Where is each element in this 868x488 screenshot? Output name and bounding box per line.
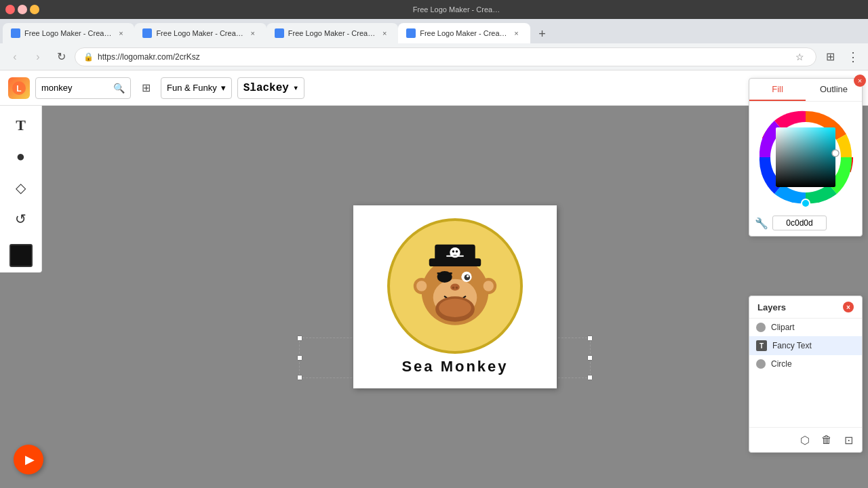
layers-title: Layers — [757, 302, 786, 312]
play-icon: ▶ — [25, 452, 35, 467]
app-logo: L — [8, 77, 30, 99]
svg-text:L: L — [16, 84, 21, 94]
tab-title-1: Free Logo Maker - Crea… — [24, 29, 111, 37]
circle-tool-icon: ● — [16, 148, 25, 165]
browser-tab-3[interactable]: Free Logo Maker - Crea… × — [267, 23, 398, 43]
category-select[interactable]: Fun & Funky ▾ — [161, 77, 232, 99]
browser-tab-2[interactable]: Free Logo Maker - Crea… × — [134, 23, 266, 43]
search-input[interactable] — [41, 83, 109, 93]
pirate-monkey-svg — [397, 228, 513, 344]
forward-button[interactable]: › — [28, 47, 47, 66]
tab-bar: Free Logo Maker - Crea… × Free Logo Make… — [0, 19, 868, 43]
shape-tool-icon: ◇ — [16, 180, 26, 196]
handle-br — [587, 375, 593, 380]
layer-item-clipart[interactable]: Clipart — [749, 319, 862, 336]
category-dropdown-icon: ▾ — [221, 83, 226, 93]
svg-point-18 — [456, 287, 458, 289]
color-selector-dot[interactable] — [832, 150, 839, 157]
tab-title-2: Free Logo Maker - Crea… — [156, 29, 243, 37]
tab-close-2[interactable]: × — [248, 28, 258, 39]
tab-close-3[interactable]: × — [379, 28, 390, 39]
color-panel-close[interactable]: × — [854, 75, 866, 87]
handle-tr — [587, 336, 593, 341]
layers-delete-button[interactable]: 🗑 — [818, 432, 835, 448]
fill-tab[interactable]: Fill — [749, 79, 806, 101]
layers-panel-close[interactable]: × — [843, 302, 854, 312]
address-text: https://logomakr.com/2crKsz — [98, 52, 787, 62]
handle-mr — [587, 355, 593, 361]
layer-dot-clipart — [756, 323, 766, 332]
font-dropdown-icon: ▾ — [293, 82, 298, 94]
bookmark-button[interactable]: ☆ — [791, 49, 808, 65]
layers-crop-button[interactable]: ⊡ — [840, 432, 856, 448]
minimize-button[interactable] — [18, 5, 27, 14]
reload-button[interactable]: ↻ — [52, 47, 71, 66]
svg-point-15 — [467, 275, 469, 277]
layer-item-fancy-text[interactable]: T Fancy Text — [749, 336, 862, 355]
text-tool-icon: T — [16, 117, 26, 134]
color-wheel-container — [749, 102, 862, 213]
eyedropper-icon[interactable]: 🔧 — [755, 217, 768, 230]
tab-close-1[interactable]: × — [115, 28, 126, 39]
tab-favicon-4 — [406, 28, 416, 38]
hex-input[interactable]: 0c0d0d — [772, 216, 827, 230]
back-button[interactable]: ‹ — [5, 47, 24, 66]
logo-text: Sea Monkey — [401, 358, 508, 375]
svg-point-7 — [452, 250, 454, 252]
logo-content: Sea Monkey — [353, 205, 557, 388]
font-select[interactable]: Slackey ▾ — [237, 77, 305, 99]
extensions-button[interactable]: ⊞ — [821, 47, 840, 66]
menu-button[interactable]: ⋮ — [844, 47, 863, 66]
new-tab-button[interactable]: + — [533, 24, 552, 43]
tab-title-3: Free Logo Maker - Crea… — [288, 29, 375, 37]
color-swatch[interactable] — [9, 244, 33, 267]
circle-tool-button[interactable]: ● — [7, 142, 35, 171]
svg-point-8 — [456, 250, 458, 252]
title-bar: Free Logo Maker - Crea… — [0, 0, 868, 19]
tab-favicon-2 — [142, 28, 152, 38]
category-label: Fun & Funky — [167, 83, 217, 93]
tab-favicon-3 — [275, 28, 284, 38]
logo-canvas[interactable]: Sea Monkey — [353, 205, 557, 388]
layer-name-fancy-text: Fancy Text — [772, 341, 812, 350]
canvas-area: Sea Monkey — [42, 106, 868, 488]
svg-point-20 — [439, 299, 471, 317]
logo-circle — [387, 218, 523, 354]
handle-bl — [297, 375, 302, 380]
tab-close-4[interactable]: × — [511, 28, 522, 39]
shape-tool-button[interactable]: ◇ — [7, 174, 35, 202]
handle-tl — [297, 336, 302, 341]
svg-point-17 — [452, 287, 454, 289]
undo-tool-button[interactable]: ↺ — [7, 205, 35, 233]
svg-point-16 — [450, 284, 460, 291]
browser-tab-1[interactable]: Free Logo Maker - Crea… × — [3, 23, 134, 43]
color-wheel[interactable] — [755, 107, 856, 207]
address-bar[interactable]: 🔒 https://logomakr.com/2crKsz ☆ — [75, 47, 816, 66]
svg-point-24 — [484, 281, 494, 291]
maximize-button[interactable] — [30, 5, 39, 14]
color-hex-row: 🔧 0c0d0d — [749, 213, 862, 236]
color-panel: × Fill Outline — [749, 78, 863, 237]
svg-point-22 — [416, 281, 427, 291]
close-button[interactable] — [5, 5, 15, 14]
search-area[interactable]: 🔍 — [35, 77, 131, 99]
search-button[interactable]: 🔍 — [113, 83, 125, 94]
hue-indicator[interactable] — [802, 199, 810, 207]
browser-tab-4[interactable]: Free Logo Maker - Crea… × — [398, 23, 530, 43]
layer-item-circle[interactable]: Circle — [749, 355, 862, 373]
layers-stack-button[interactable]: ⬡ — [797, 432, 813, 448]
lock-icon: 🔒 — [83, 52, 94, 62]
layer-t-icon: T — [756, 340, 767, 351]
layer-dot-circle — [756, 359, 766, 369]
fill-outline-tabs: Fill Outline — [749, 79, 862, 102]
grid-button[interactable]: ⊞ — [136, 79, 155, 98]
tab-favicon-1 — [11, 28, 20, 38]
font-label: Slackey — [243, 82, 289, 94]
layers-footer: ⬡ 🗑 ⊡ — [749, 427, 862, 452]
undo-icon: ↺ — [15, 211, 26, 227]
tab-title-4: Free Logo Maker - Crea… — [420, 29, 507, 37]
svg-rect-30 — [776, 127, 835, 187]
layers-panel: Layers × Clipart T Fancy Text Circle ⬡ 🗑… — [749, 296, 863, 453]
play-button[interactable]: ▶ — [14, 445, 43, 474]
text-tool-button[interactable]: T — [7, 111, 35, 140]
